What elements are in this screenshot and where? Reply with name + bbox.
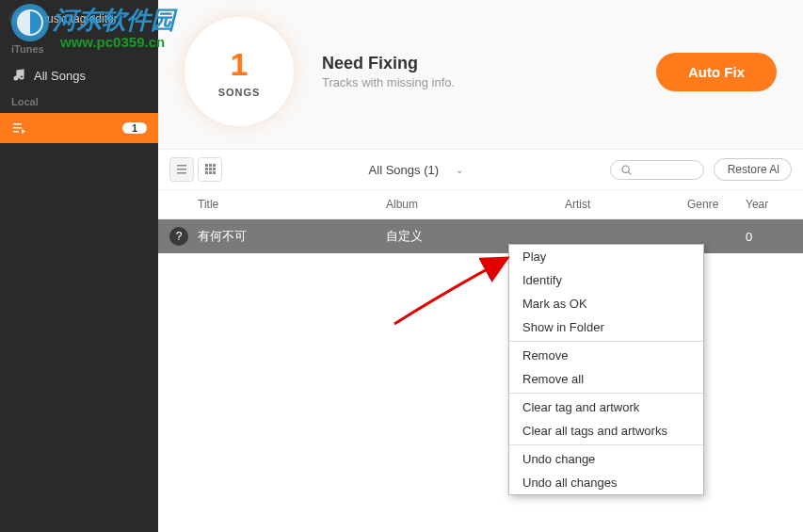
column-year[interactable]: Year [746, 198, 783, 211]
missing-info-icon: ? [169, 227, 188, 246]
auto-fix-button[interactable]: Auto Fix [656, 53, 777, 91]
songs-count-label: SONGS [218, 87, 261, 98]
menu-separator [509, 444, 703, 445]
app-logo-icon [9, 8, 32, 30]
sidebar-section-itunes: iTunes [0, 38, 158, 60]
search-icon [620, 164, 633, 176]
svg-rect-5 [209, 164, 212, 167]
chevron-down-icon: ⌄ [456, 165, 463, 175]
sidebar-item-all-songs[interactable]: All Songs [0, 60, 158, 90]
svg-rect-6 [213, 164, 216, 167]
svg-rect-8 [209, 168, 212, 170]
cell-title: 有何不可 [198, 228, 386, 245]
menu-separator [509, 393, 703, 394]
menu-item-clear-tag[interactable]: Clear tag and artwork [509, 395, 703, 419]
sidebar-item-label: All Songs [34, 69, 86, 83]
svg-point-13 [622, 166, 629, 172]
table-header: Title Album Artist Genre Year [158, 190, 803, 219]
grid-icon [203, 162, 217, 178]
sidebar-item-local-folder[interactable]: 1 [0, 113, 158, 143]
songs-count-circle: 1 SONGS [185, 17, 294, 126]
app-logo-area: music tag editor [0, 0, 158, 38]
sidebar-item-badge: 1 [122, 122, 147, 134]
svg-rect-4 [205, 164, 208, 167]
songs-filter-dropdown[interactable]: All Songs (1) ⌄ [331, 163, 501, 177]
need-fixing-subtitle: Tracks with missing info. [322, 75, 628, 89]
grid-view-button[interactable] [198, 157, 222, 182]
sidebar: music tag editor iTunes All Songs Local … [0, 0, 158, 532]
search-input[interactable] [610, 160, 704, 180]
menu-item-undo-change[interactable]: Undo change [509, 447, 703, 471]
svg-rect-9 [213, 168, 216, 170]
column-album[interactable]: Album [386, 198, 565, 211]
context-menu: Play Identify Mark as OK Show in Folder … [508, 244, 704, 495]
restore-all-button[interactable]: Restore Al [714, 158, 792, 181]
column-genre[interactable]: Genre [687, 198, 746, 211]
menu-separator [509, 341, 703, 342]
menu-item-show-folder[interactable]: Show in Folder [509, 315, 703, 339]
menu-item-play[interactable]: Play [509, 245, 703, 268]
column-artist[interactable]: Artist [565, 198, 687, 211]
toolbar: All Songs (1) ⌄ Restore Al [158, 150, 803, 190]
playlist-icon [11, 121, 26, 136]
need-fixing-block: Need Fixing Tracks with missing info. [322, 54, 628, 89]
table-row[interactable]: ? 有何不可 自定义 0 [158, 219, 803, 253]
songs-filter-label: All Songs (1) [369, 163, 439, 177]
sidebar-section-local: Local [0, 90, 158, 113]
main-content: 1 SONGS Need Fixing Tracks with missing … [158, 0, 803, 532]
cell-album: 自定义 [386, 228, 565, 245]
menu-item-clear-all-tags[interactable]: Clear all tags and artworks [509, 419, 703, 443]
svg-line-14 [628, 171, 631, 174]
column-title[interactable]: Title [198, 198, 386, 211]
music-note-icon [11, 68, 26, 83]
view-mode-buttons [169, 157, 222, 182]
songs-count-value: 1 [231, 46, 249, 83]
need-fixing-title: Need Fixing [322, 54, 628, 73]
menu-item-remove[interactable]: Remove [509, 344, 703, 367]
header-panel: 1 SONGS Need Fixing Tracks with missing … [158, 0, 803, 150]
svg-rect-10 [205, 171, 208, 174]
svg-rect-11 [209, 171, 212, 174]
menu-item-undo-all[interactable]: Undo all changes [509, 471, 703, 494]
menu-item-remove-all[interactable]: Remove all [509, 367, 703, 391]
svg-rect-12 [213, 171, 216, 174]
menu-item-mark-ok[interactable]: Mark as OK [509, 292, 703, 315]
app-title: music tag editor [38, 12, 118, 25]
cell-year: 0 [746, 230, 783, 244]
svg-rect-7 [205, 168, 208, 170]
list-icon [175, 162, 188, 178]
list-view-button[interactable] [169, 157, 194, 182]
menu-item-identify[interactable]: Identify [509, 268, 703, 292]
